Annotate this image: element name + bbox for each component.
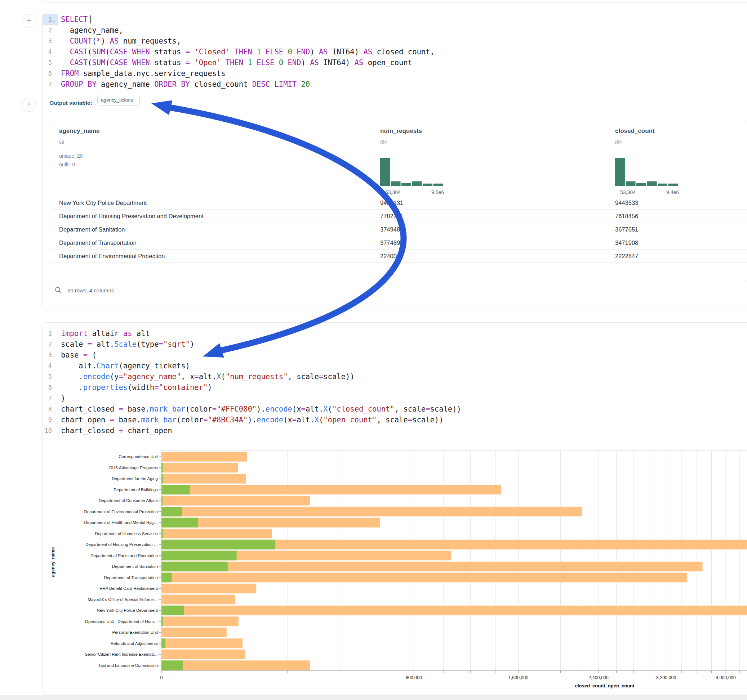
svg-text:New York City Police Departmen: New York City Police Department xyxy=(97,608,158,612)
line-number: 5 xyxy=(42,371,52,382)
code-line[interactable]: 7GROUP BY agency_name ORDER BY closed_co… xyxy=(42,79,747,90)
fold-chevron-icon[interactable]: ⌄ xyxy=(52,350,55,361)
line-number: 10 xyxy=(42,425,52,436)
svg-text:Department of Parks and Recrea: Department of Parks and Recreation xyxy=(91,554,158,558)
svg-text:Department of Homeless Service: Department of Homeless Services xyxy=(95,531,158,536)
column-histogram xyxy=(380,156,445,186)
code-line[interactable]: 6 .properties(width="container") xyxy=(42,382,747,393)
add-cell-button-top[interactable]: + xyxy=(22,14,36,28)
svg-text:Department of Environmental Pr: Department of Environmental Protection xyxy=(84,510,158,514)
code-line[interactable]: 7) xyxy=(42,393,747,404)
altair-bar-chart: Correspondence UnitDHS Advantage Program… xyxy=(42,447,747,692)
svg-text:Department of Buildings: Department of Buildings xyxy=(113,487,158,492)
gutter: 9 xyxy=(42,415,58,425)
histogram-max-label: 9.4e6 xyxy=(666,189,679,195)
gutter: 4 xyxy=(42,361,58,371)
table-cell: 7618456 xyxy=(615,210,638,223)
line-number: 1 xyxy=(42,14,52,25)
search-icon[interactable] xyxy=(54,286,62,294)
table-cell: 7782211 xyxy=(380,210,403,223)
code-line[interactable]: 6FROM sample_data.nyc.service_requests xyxy=(42,68,747,79)
code-line[interactable]: 2scale = alt.Scale(type="sqrt") xyxy=(42,339,747,350)
code-line[interactable]: 3 COUNT(*) AS num_requests, xyxy=(42,36,747,47)
svg-text:800,000: 800,000 xyxy=(406,675,422,680)
table-cell: New York City Police Department xyxy=(59,196,147,210)
svg-text:Department of Housing Preserva: Department of Housing Preservation … xyxy=(85,542,158,547)
line-number: 3 xyxy=(42,36,52,47)
column-stat-nulls: nulls: 0 xyxy=(59,162,75,167)
svg-text:Senior Citizen Rent Increase E: Senior Citizen Rent Increase Exempti… xyxy=(85,652,158,656)
gutter: 6 xyxy=(42,382,58,393)
table-row[interactable]: Department of Transportation377489234719… xyxy=(51,236,747,249)
table-cell: Department of Housing Preservation and D… xyxy=(59,210,204,223)
column-type: str xyxy=(59,139,65,145)
svg-text:HRA Benefit Card Replacement: HRA Benefit Card Replacement xyxy=(100,586,158,591)
code-line[interactable]: 2 agency_name, xyxy=(42,25,747,36)
add-cell-button-output[interactable]: + xyxy=(22,98,36,112)
code-line[interactable]: 3⌄base = ( xyxy=(42,350,747,361)
svg-text:Department of Transportation: Department of Transportation xyxy=(104,575,158,580)
gutter: 1 xyxy=(42,328,58,339)
table-footer: 20 rows, 4 columns xyxy=(54,285,114,296)
line-number: 9 xyxy=(42,415,52,425)
page-bottom-strip xyxy=(0,695,747,700)
line-number: 4 xyxy=(42,361,52,371)
sql-code-editor[interactable]: 1⌄SELECT2 agency_name,3 COUNT(*) AS num_… xyxy=(42,14,747,90)
code-line[interactable]: 9chart_open = base.mark_bar(color="#8BC3… xyxy=(42,415,747,425)
table-row[interactable]: Department of Environmental Protection22… xyxy=(51,249,747,263)
gutter: 2 xyxy=(42,25,58,36)
svg-text:Mayorâ€ s Office of Special En: Mayorâ€ s Office of Special Enforce… xyxy=(88,597,158,602)
gutter: 10 xyxy=(42,425,58,436)
table-cell: 2222847 xyxy=(615,249,638,263)
svg-text:Refunds and Adjustments: Refunds and Adjustments xyxy=(110,641,158,646)
svg-text:DHS Advantage Programs: DHS Advantage Programs xyxy=(109,466,158,470)
fold-chevron-icon[interactable]: ⌄ xyxy=(52,14,55,25)
line-number: 1 xyxy=(42,328,52,339)
histogram-min-label: 53,304 xyxy=(385,189,401,195)
result-table-panel: agency_namestrunique: 20nulls: 0num_requ… xyxy=(51,120,747,281)
svg-text:4,000,000: 4,000,000 xyxy=(716,675,736,680)
column-header[interactable]: closed_count xyxy=(615,127,655,135)
column-type: i64 xyxy=(380,139,387,145)
column-histogram xyxy=(615,156,680,186)
code-line[interactable]: 1import altair as alt xyxy=(42,328,747,339)
svg-text:Taxi and Limousine Commission: Taxi and Limousine Commission xyxy=(98,663,158,668)
svg-text:Department of Sanitation: Department of Sanitation xyxy=(112,564,158,569)
output-variable-chip[interactable]: agency_tickets xyxy=(97,95,140,106)
svg-text:Department of Health and Menta: Department of Health and Mental Hyg… xyxy=(84,520,158,525)
svg-text:2,400,000: 2,400,000 xyxy=(588,675,609,680)
code-line[interactable]: 4 CAST(SUM(CASE WHEN status = 'Closed' T… xyxy=(42,47,747,57)
table-row[interactable]: Department of Housing Preservation and D… xyxy=(51,210,747,223)
column-stat-unique: unique: 20 xyxy=(59,153,83,159)
code-line[interactable]: 5 .encode(y="agency_name", x=alt.X("num_… xyxy=(42,371,747,382)
code-line[interactable]: 4 alt.Chart(agency_tickets) xyxy=(42,361,747,371)
svg-text:Correspondence Unit: Correspondence Unit xyxy=(119,454,158,459)
table-cell: 3471908 xyxy=(615,236,638,249)
gutter: 7 xyxy=(42,79,58,90)
table-row[interactable]: New York City Police Department945313194… xyxy=(51,196,747,210)
svg-text:Personal Exemption Unit: Personal Exemption Unit xyxy=(112,630,158,634)
table-row[interactable]: Department of Sanitation37494853677651 xyxy=(51,223,747,236)
column-header[interactable]: num_requests xyxy=(380,127,422,135)
code-line[interactable]: 8chart_closed = base.mark_bar(color="#FF… xyxy=(42,404,747,415)
code-line[interactable]: 5 CAST(SUM(CASE WHEN status = 'Open' THE… xyxy=(42,57,747,68)
column-type: i64 xyxy=(615,139,622,145)
line-number: 2 xyxy=(42,25,52,36)
svg-text:3,200,000: 3,200,000 xyxy=(656,675,676,680)
python-cell-card: 1import altair as alt2scale = alt.Scale(… xyxy=(42,322,747,695)
svg-text:closed_count, open_count: closed_count, open_count xyxy=(575,683,635,688)
code-line[interactable]: 1⌄SELECT xyxy=(42,14,747,25)
table-cell: Department of Transportation xyxy=(59,236,136,249)
code-line[interactable]: 10chart_closed + chart_open xyxy=(42,425,747,436)
line-number: 4 xyxy=(42,47,52,57)
previous-cell-bottom-edge xyxy=(42,0,747,3)
line-number: 3 xyxy=(42,350,52,361)
gutter: 6 xyxy=(42,68,58,79)
histogram-min-label: 53,304 xyxy=(620,189,636,195)
cell-divider xyxy=(42,95,747,95)
column-header[interactable]: agency_name xyxy=(59,127,100,135)
line-number: 7 xyxy=(42,393,52,404)
svg-text:Department for the Aging: Department for the Aging xyxy=(112,477,158,481)
python-code-editor[interactable]: 1import altair as alt2scale = alt.Scale(… xyxy=(42,328,747,436)
table-cell: 3677651 xyxy=(615,223,638,236)
